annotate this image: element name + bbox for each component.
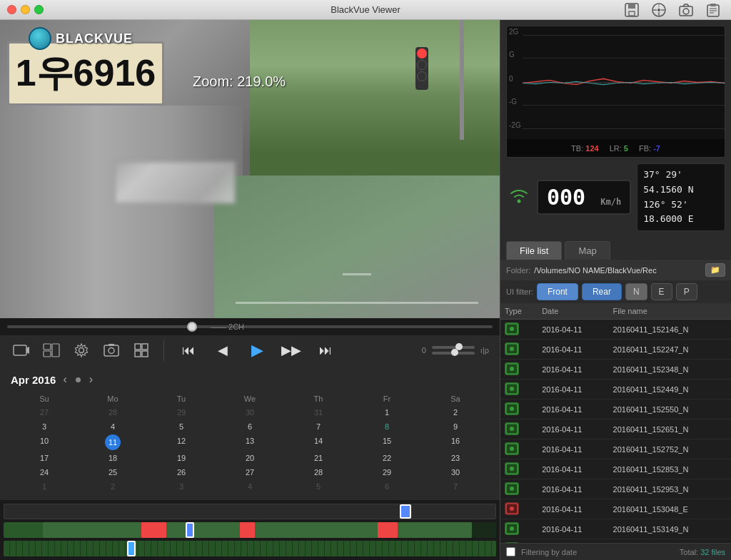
file-tabs: File list Map <box>500 237 731 260</box>
timeline-row-2[interactable] <box>4 522 496 538</box>
cal-day[interactable]: 1 <box>353 406 420 419</box>
cal-day[interactable]: 22 <box>353 452 420 464</box>
rear-filter-button[interactable]: Rear <box>582 283 622 300</box>
filter-by-date-checkbox[interactable] <box>506 547 515 556</box>
cal-day[interactable]: 28 <box>285 466 352 479</box>
cal-day-8[interactable]: 8 <box>353 420 420 433</box>
front-filter-button[interactable]: Front <box>537 283 578 300</box>
table-row[interactable]: 2016-04-11 20160411_152449_N <box>500 380 731 399</box>
cal-day[interactable]: 29 <box>148 406 215 419</box>
cal-day[interactable]: 12 <box>148 434 215 450</box>
settings-button[interactable] <box>71 340 92 361</box>
cal-day[interactable]: 27 <box>11 406 78 419</box>
table-row[interactable]: 2016-04-11 20160411_152752_N <box>500 439 731 459</box>
cal-day[interactable]: 9 <box>422 420 489 433</box>
p-filter-button[interactable]: P <box>676 283 697 300</box>
cal-day[interactable]: 30 <box>422 466 489 479</box>
volume-slider-bottom[interactable] <box>432 352 475 355</box>
cal-day[interactable]: 16 <box>422 434 489 450</box>
table-row[interactable]: 2016-04-11 20160411_152550_N <box>500 399 731 419</box>
front-camera-button[interactable] <box>11 340 32 361</box>
cal-day[interactable]: 14 <box>285 434 352 450</box>
cal-day[interactable]: 15 <box>353 434 420 450</box>
cal-day[interactable]: 18 <box>79 452 146 464</box>
cal-day[interactable]: 17 <box>11 452 78 464</box>
skip-to-start-button[interactable]: ⏮ <box>176 337 201 363</box>
cal-day[interactable]: 6 <box>353 480 420 493</box>
logo-area: BLACKVUE <box>29 27 133 50</box>
svg-point-20 <box>79 348 84 353</box>
cal-day[interactable]: 26 <box>148 466 215 479</box>
maximize-button[interactable] <box>34 5 44 14</box>
grid-view-button[interactable] <box>131 340 152 361</box>
timeline-row-1[interactable] <box>4 504 496 519</box>
dual-camera-button[interactable] <box>41 340 62 361</box>
calendar-today-dot[interactable] <box>76 377 81 382</box>
cal-day[interactable]: 7 <box>285 420 352 433</box>
cal-day[interactable]: 19 <box>148 452 215 464</box>
prev-frame-button[interactable]: ◀ <box>210 337 236 363</box>
cal-day[interactable]: 10 <box>11 434 78 450</box>
table-row[interactable]: 2016-04-11 20160411_152953_N <box>500 479 731 499</box>
cal-day[interactable]: 21 <box>285 452 352 464</box>
table-row[interactable]: 2016-04-11 20160411_152348_N <box>500 360 731 380</box>
table-row[interactable]: 2016-04-11 20160411_152247_N <box>500 340 731 360</box>
e-filter-button[interactable]: E <box>651 283 672 300</box>
calendar-prev-button[interactable]: ‹ <box>63 373 66 386</box>
timeline-slider[interactable] <box>7 325 493 328</box>
cal-day-today[interactable]: 11 <box>105 434 121 450</box>
filter-by-date-label[interactable]: Filtering by date <box>521 548 577 556</box>
minimize-button[interactable] <box>21 5 30 14</box>
clipboard-icon[interactable] <box>702 0 724 20</box>
cal-day[interactable]: 6 <box>216 420 283 433</box>
timeline-area[interactable]: —— 2CH <box>0 318 500 335</box>
n-filter-button[interactable]: N <box>625 283 647 300</box>
cal-day[interactable]: 30 <box>216 406 283 419</box>
cal-day[interactable]: 20 <box>216 452 283 464</box>
cal-day[interactable]: 25 <box>79 466 146 479</box>
folder-label: Folder: <box>506 266 530 275</box>
next-frame-button[interactable]: ▶▶ <box>278 337 304 363</box>
timeline-row-3[interactable] <box>4 541 496 556</box>
timeline-thumb[interactable] <box>187 322 197 332</box>
tab-file-list[interactable]: File list <box>506 241 562 260</box>
table-row[interactable]: 2016-04-11 20160411_153048_E <box>500 499 731 519</box>
file-list-container[interactable]: Type Date File name 2016-04-11 20160411_… <box>500 303 731 543</box>
svg-rect-17 <box>44 344 51 350</box>
cell-type <box>500 419 538 439</box>
cal-day[interactable]: 5 <box>148 420 215 433</box>
cal-day[interactable]: 3 <box>11 420 78 433</box>
dow-su: Su <box>11 393 78 404</box>
camera-icon[interactable] <box>675 0 697 20</box>
calendar-next-button[interactable]: › <box>89 373 93 386</box>
cal-day[interactable]: 28 <box>79 406 146 419</box>
compass-icon[interactable] <box>648 0 670 20</box>
cal-day[interactable]: 31 <box>285 406 352 419</box>
close-button[interactable] <box>7 5 16 14</box>
cal-day[interactable]: 5 <box>285 480 352 493</box>
cal-day[interactable]: 27 <box>216 466 283 479</box>
cal-day[interactable]: 4 <box>216 480 283 493</box>
cal-day[interactable]: 29 <box>353 466 420 479</box>
table-row[interactable]: 2016-04-11 20160411_152146_N <box>500 320 731 340</box>
dow-tu: Tu <box>148 393 215 404</box>
cal-day[interactable]: 13 <box>216 434 283 450</box>
save-icon[interactable] <box>621 0 642 20</box>
screenshot-button[interactable] <box>101 340 122 361</box>
folder-select-button[interactable]: 📁 <box>705 263 725 277</box>
cal-day[interactable]: 1 <box>11 480 78 493</box>
cal-day[interactable]: 4 <box>79 420 146 433</box>
play-button[interactable]: ▶ <box>244 337 270 363</box>
table-row[interactable]: 2016-04-11 20160411_152651_N <box>500 419 731 439</box>
svg-rect-19 <box>52 344 59 357</box>
table-row[interactable]: 2016-04-11 20160411_153149_N <box>500 519 731 539</box>
table-row[interactable]: 2016-04-11 20160411_152853_N <box>500 459 731 479</box>
cal-day[interactable]: 3 <box>148 480 215 493</box>
skip-to-end-button[interactable]: ⏭ <box>313 337 338 363</box>
cal-day[interactable]: 2 <box>422 406 489 419</box>
cal-day[interactable]: 23 <box>422 452 489 464</box>
cal-day[interactable]: 7 <box>422 480 489 493</box>
cal-day[interactable]: 2 <box>79 480 146 493</box>
tab-map[interactable]: Map <box>565 241 610 260</box>
cal-day[interactable]: 24 <box>11 466 78 479</box>
